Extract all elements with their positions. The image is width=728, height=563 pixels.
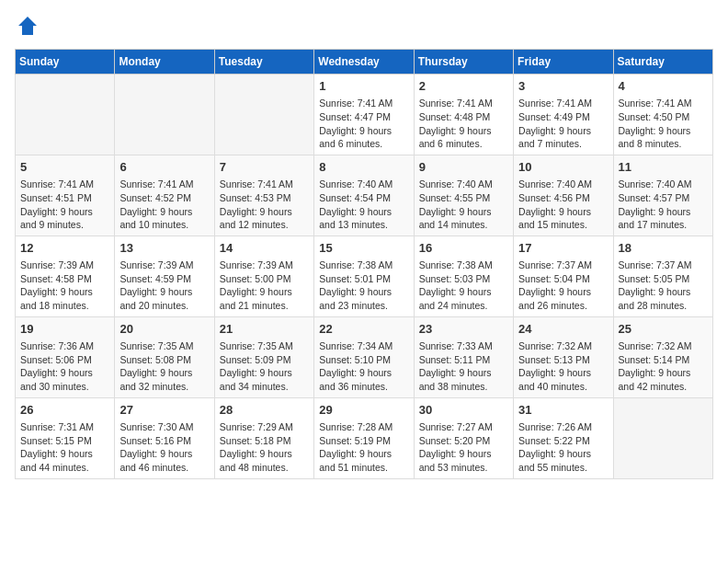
day-content-line: Sunset: 5:00 PM <box>220 272 309 286</box>
calendar-table: SundayMondayTuesdayWednesdayThursdayFrid… <box>15 49 713 479</box>
calendar-day-cell: 16Sunrise: 7:38 AMSunset: 5:03 PMDayligh… <box>414 236 513 316</box>
day-number: 9 <box>419 159 508 176</box>
day-content-line: and 13 minutes. <box>319 218 408 232</box>
calendar-day-cell: 18Sunrise: 7:37 AMSunset: 5:05 PMDayligh… <box>613 236 712 316</box>
day-content-line: and 6 minutes. <box>319 137 408 151</box>
day-content-line: Sunrise: 7:39 AM <box>220 259 309 272</box>
day-content-line: and 17 minutes. <box>619 218 708 232</box>
day-number: 16 <box>419 240 508 257</box>
calendar-body: 1Sunrise: 7:41 AMSunset: 4:47 PMDaylight… <box>16 75 713 479</box>
day-of-week-header: Wednesday <box>314 50 414 75</box>
day-content-line: Sunrise: 7:39 AM <box>119 259 209 272</box>
calendar-header: SundayMondayTuesdayWednesdayThursdayFrid… <box>16 50 713 75</box>
day-header-row: SundayMondayTuesdayWednesdayThursdayFrid… <box>16 50 713 75</box>
day-number: 4 <box>619 78 708 95</box>
day-content-line: Daylight: 9 hours <box>119 205 209 219</box>
day-content-line: Sunset: 5:09 PM <box>220 353 309 367</box>
calendar-day-cell: 9Sunrise: 7:40 AMSunset: 4:55 PMDaylight… <box>414 155 513 236</box>
calendar-week-row: 19Sunrise: 7:36 AMSunset: 5:06 PMDayligh… <box>16 316 713 397</box>
day-content-line: Daylight: 9 hours <box>419 366 508 380</box>
day-number: 18 <box>619 240 708 257</box>
day-content-line: and 7 minutes. <box>518 137 608 151</box>
logo-icon <box>17 15 39 37</box>
day-content-line: Sunset: 5:10 PM <box>319 353 408 367</box>
day-content-line: Sunset: 4:55 PM <box>419 191 508 205</box>
day-content-line: Daylight: 9 hours <box>220 285 309 299</box>
calendar-day-cell: 26Sunrise: 7:31 AMSunset: 5:15 PMDayligh… <box>16 397 115 478</box>
day-content-line: Daylight: 9 hours <box>518 205 608 219</box>
day-content-line: and 53 minutes. <box>419 461 508 475</box>
day-content-line: Daylight: 9 hours <box>220 447 309 461</box>
calendar-day-cell: 4Sunrise: 7:41 AMSunset: 4:50 PMDaylight… <box>613 75 712 155</box>
calendar-day-cell: 15Sunrise: 7:38 AMSunset: 5:01 PMDayligh… <box>314 236 414 316</box>
calendar-day-cell: 27Sunrise: 7:30 AMSunset: 5:16 PMDayligh… <box>115 397 214 478</box>
calendar-day-cell: 20Sunrise: 7:35 AMSunset: 5:08 PMDayligh… <box>115 316 214 397</box>
calendar-day-cell: 24Sunrise: 7:32 AMSunset: 5:13 PMDayligh… <box>514 316 613 397</box>
day-number: 2 <box>419 78 508 95</box>
day-content-line: Sunrise: 7:35 AM <box>220 339 309 353</box>
calendar-day-cell: 10Sunrise: 7:40 AMSunset: 4:56 PMDayligh… <box>514 155 613 236</box>
day-content-line: Sunset: 4:50 PM <box>619 110 708 124</box>
calendar-day-cell: 5Sunrise: 7:41 AMSunset: 4:51 PMDaylight… <box>16 155 115 236</box>
calendar-week-row: 5Sunrise: 7:41 AMSunset: 4:51 PMDaylight… <box>16 155 713 236</box>
day-content-line: Daylight: 9 hours <box>518 366 608 380</box>
calendar-week-row: 26Sunrise: 7:31 AMSunset: 5:15 PMDayligh… <box>16 397 713 478</box>
day-number: 20 <box>119 321 209 338</box>
day-of-week-header: Monday <box>115 50 214 75</box>
day-content-line: Daylight: 9 hours <box>119 366 209 380</box>
day-content-line: Sunrise: 7:29 AM <box>220 420 309 434</box>
day-content-line: Sunset: 5:05 PM <box>619 272 708 286</box>
day-content-line: Sunset: 4:58 PM <box>20 272 109 286</box>
day-of-week-header: Tuesday <box>214 50 313 75</box>
day-number: 25 <box>619 321 708 338</box>
day-content-line: and 38 minutes. <box>419 380 508 394</box>
day-content-line: Daylight: 9 hours <box>319 366 408 380</box>
day-content-line: and 28 minutes. <box>619 299 708 313</box>
day-content-line: Daylight: 9 hours <box>220 366 309 380</box>
day-content-line: Sunrise: 7:34 AM <box>319 339 408 353</box>
day-number: 7 <box>220 159 309 176</box>
day-content-line: Daylight: 9 hours <box>319 285 408 299</box>
day-content-line: and 18 minutes. <box>20 299 109 313</box>
day-content-line: and 34 minutes. <box>220 380 309 394</box>
day-number: 19 <box>20 321 109 338</box>
day-content-line: Daylight: 9 hours <box>518 124 608 138</box>
day-number: 17 <box>518 240 608 257</box>
day-number: 10 <box>518 159 608 176</box>
day-content-line: Sunrise: 7:37 AM <box>619 259 708 272</box>
day-content-line: Daylight: 9 hours <box>20 447 109 461</box>
day-content-line: Daylight: 9 hours <box>518 447 608 461</box>
day-content-line: Sunset: 5:15 PM <box>20 434 109 448</box>
calendar-day-cell: 1Sunrise: 7:41 AMSunset: 4:47 PMDaylight… <box>314 75 414 155</box>
day-content-line: Sunrise: 7:37 AM <box>518 259 608 272</box>
day-content-line: Sunset: 5:03 PM <box>419 272 508 286</box>
calendar-day-cell: 2Sunrise: 7:41 AMSunset: 4:48 PMDaylight… <box>414 75 513 155</box>
day-content-line: Sunrise: 7:26 AM <box>518 420 608 434</box>
calendar-day-cell: 29Sunrise: 7:28 AMSunset: 5:19 PMDayligh… <box>314 397 414 478</box>
day-content-line: Sunset: 5:06 PM <box>20 353 109 367</box>
day-of-week-header: Friday <box>514 50 613 75</box>
day-number: 23 <box>419 321 508 338</box>
day-content-line: Daylight: 9 hours <box>319 124 408 138</box>
day-content-line: Sunrise: 7:41 AM <box>20 178 109 191</box>
day-number: 21 <box>220 321 309 338</box>
day-content-line: Daylight: 9 hours <box>319 205 408 219</box>
calendar-day-cell: 13Sunrise: 7:39 AMSunset: 4:59 PMDayligh… <box>115 236 214 316</box>
day-content-line: and 14 minutes. <box>419 218 508 232</box>
day-content-line: and 6 minutes. <box>419 137 508 151</box>
day-content-line: Sunrise: 7:36 AM <box>20 339 109 353</box>
day-content-line: Sunset: 5:01 PM <box>319 272 408 286</box>
calendar-day-cell: 19Sunrise: 7:36 AMSunset: 5:06 PMDayligh… <box>16 316 115 397</box>
day-number: 1 <box>319 78 408 95</box>
calendar-week-row: 1Sunrise: 7:41 AMSunset: 4:47 PMDaylight… <box>16 75 713 155</box>
calendar-day-cell <box>613 397 712 478</box>
day-content-line: Sunset: 5:18 PM <box>220 434 309 448</box>
calendar-day-cell <box>16 75 115 155</box>
day-content-line: and 30 minutes. <box>20 380 109 394</box>
day-content-line: Sunrise: 7:38 AM <box>319 259 408 272</box>
day-content-line: and 23 minutes. <box>319 299 408 313</box>
calendar-week-row: 12Sunrise: 7:39 AMSunset: 4:58 PMDayligh… <box>16 236 713 316</box>
day-content-line: Sunrise: 7:32 AM <box>619 339 708 353</box>
day-content-line: Daylight: 9 hours <box>419 124 508 138</box>
day-content-line: and 26 minutes. <box>518 299 608 313</box>
